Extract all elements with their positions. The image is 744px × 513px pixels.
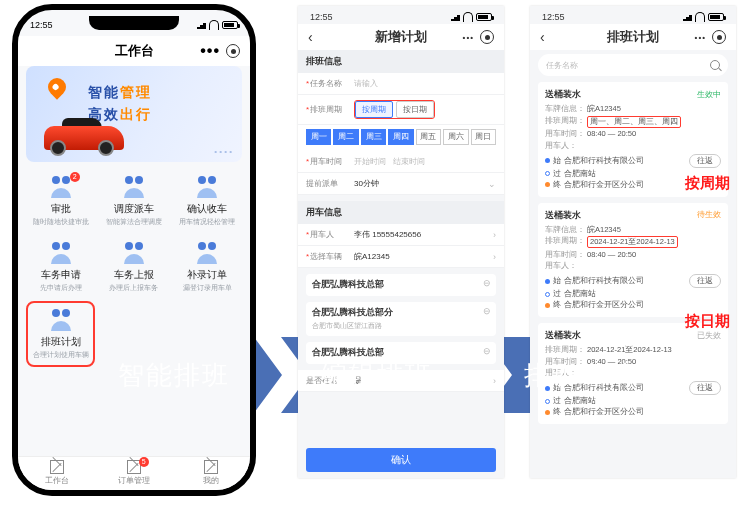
phone-workbench: 12:55 工作台 ••• 智能管理 高效出行 • • • • 2 审批 随时 bbox=[12, 4, 256, 496]
label-task-name: 任务名称 bbox=[306, 78, 354, 89]
feature-sub: 先申请后办理 bbox=[28, 284, 93, 292]
opt-by-cycle[interactable]: 按周期 bbox=[355, 101, 393, 118]
weekday-6[interactable]: 周日 bbox=[471, 129, 496, 145]
row-vehicle[interactable]: 选择车辆 皖A12345 › bbox=[298, 246, 504, 268]
feature-sub: 随时随地快捷审批 bbox=[28, 218, 93, 226]
feature-name: 车务上报 bbox=[101, 268, 166, 282]
label-person: 用车人 bbox=[306, 229, 354, 240]
capsule-close-icon[interactable] bbox=[480, 30, 494, 44]
value-vehicle: 皖A12345 bbox=[354, 251, 493, 262]
weekday-5[interactable]: 周六 bbox=[443, 129, 468, 145]
feature-1[interactable]: 调度派车 智能算法合理调度 bbox=[99, 170, 168, 232]
back-icon[interactable]: ‹ bbox=[308, 29, 313, 45]
people-icon bbox=[46, 309, 76, 331]
status-time: 12:55 bbox=[310, 12, 333, 22]
opt-by-date[interactable]: 按日期 bbox=[396, 101, 434, 118]
signal-icon bbox=[680, 13, 692, 21]
card-title: 送桶装水 bbox=[545, 209, 581, 222]
more-icon[interactable]: ••• bbox=[200, 42, 220, 60]
capsule-close-icon[interactable] bbox=[712, 30, 726, 44]
banner[interactable]: 智能管理 高效出行 • • • • bbox=[26, 66, 242, 162]
search-input[interactable]: 任务名称 bbox=[538, 54, 728, 76]
stop-sub: 合肥市蜀山区望江西路 bbox=[312, 321, 490, 331]
status-time: 12:55 bbox=[30, 20, 53, 30]
badge: 2 bbox=[70, 172, 80, 182]
input-task-name[interactable]: 请输入 bbox=[354, 78, 496, 89]
section-schedule-info: 排班信息 bbox=[298, 50, 504, 73]
search-icon bbox=[710, 60, 720, 70]
chevron-right-icon: › bbox=[493, 230, 496, 240]
status-bar: 12:55 bbox=[298, 8, 504, 26]
stop-0[interactable]: 合肥弘腾科技总部⊖ bbox=[306, 274, 496, 296]
row-person[interactable]: 用车人 李伟 15555425656 › bbox=[298, 224, 504, 246]
status-badge: 待生效 bbox=[697, 210, 721, 220]
card-title: 送桶装水 bbox=[545, 88, 581, 101]
card-time: 08:40 — 20:50 bbox=[587, 129, 636, 139]
confirm-button[interactable]: 确认 bbox=[306, 448, 496, 472]
weekday-0[interactable]: 周一 bbox=[306, 129, 331, 145]
plan-card-1[interactable]: 送桶装水待生效 车牌信息：皖A12345 排班周期：2024-12-21至202… bbox=[538, 203, 728, 318]
people-icon: 2 bbox=[46, 176, 76, 198]
stop-name: 合肥弘腾科技总部分 bbox=[312, 307, 490, 319]
segment-cycle: 按周期 按日期 bbox=[354, 100, 435, 119]
stop-1[interactable]: 合肥弘腾科技总部分合肥市蜀山区望江西路⊖ bbox=[306, 302, 496, 336]
roundtrip-pill[interactable]: 往返 bbox=[689, 274, 721, 288]
signal-icon bbox=[448, 13, 460, 21]
feature-4[interactable]: 车务上报 办理后上报车务 bbox=[99, 236, 168, 298]
row-interval[interactable]: 提前派单 30分钟 ⌄ bbox=[298, 173, 504, 195]
card-vehicle: 皖A12345 bbox=[587, 104, 621, 114]
delete-icon[interactable]: ⊖ bbox=[482, 306, 492, 316]
card-route: 始合肥和行科技有限公司往返 过合肥南站 终合肥和行金开区分公司 bbox=[545, 274, 721, 310]
card-cycle: 2024-12-21至2024-12-13 bbox=[587, 236, 678, 248]
tab-2[interactable]: 我的 bbox=[173, 457, 250, 490]
feature-sub: 办理后上报车务 bbox=[101, 284, 166, 292]
feature-3[interactable]: 车务申请 先申请后办理 bbox=[26, 236, 95, 298]
roundtrip-pill[interactable]: 往返 bbox=[689, 381, 721, 395]
back-icon[interactable]: ‹ bbox=[540, 29, 545, 45]
wifi-icon bbox=[209, 20, 219, 30]
roundtrip-pill[interactable]: 往返 bbox=[689, 154, 721, 168]
weekday-4[interactable]: 周五 bbox=[416, 129, 441, 145]
more-icon[interactable]: ••• bbox=[695, 33, 706, 42]
plan-list-body: 任务名称 送桶装水生效中 车牌信息：皖A12345 排班周期：周一、周二、周三、… bbox=[530, 50, 736, 478]
annotation-by-cycle: 按周期 bbox=[685, 174, 730, 193]
feature-2[interactable]: 确认收车 用车情况轻松管理 bbox=[173, 170, 242, 232]
weekday-1[interactable]: 周二 bbox=[333, 129, 358, 145]
card-vehicle: 皖A12345 bbox=[587, 225, 621, 235]
people-icon bbox=[119, 176, 149, 198]
label-cycle: 排班周期 bbox=[306, 104, 354, 115]
stop-name: 合肥弘腾科技总部 bbox=[312, 279, 490, 291]
feature-5[interactable]: 补录订单 漏登订录用车单 bbox=[173, 236, 242, 298]
battery-icon bbox=[222, 21, 238, 29]
people-icon bbox=[119, 242, 149, 264]
flow-label-2: 编辑排班 bbox=[321, 358, 445, 393]
flow-step-3: 排班详情 bbox=[484, 337, 688, 413]
row-task-name[interactable]: 任务名称 请输入 bbox=[298, 73, 504, 95]
flow-step-2: 编辑排班 bbox=[281, 337, 485, 413]
people-icon bbox=[192, 176, 222, 198]
input-end-time[interactable]: 结束时间 bbox=[393, 157, 425, 166]
phone-notch bbox=[89, 16, 179, 30]
status-badge: 生效中 bbox=[697, 90, 721, 100]
weekday-3[interactable]: 周四 bbox=[388, 129, 413, 145]
feature-0[interactable]: 2 审批 随时随地快捷审批 bbox=[26, 170, 95, 232]
more-icon[interactable]: ••• bbox=[463, 33, 474, 42]
row-time-range[interactable]: 用车时间 开始时间 结束时间 bbox=[298, 151, 504, 173]
capsule-close-icon[interactable] bbox=[226, 44, 240, 58]
people-icon bbox=[192, 242, 222, 264]
feature-sub: 用车情况轻松管理 bbox=[175, 218, 240, 226]
feature-name: 审批 bbox=[28, 202, 93, 216]
row-cycle: 排班周期 按周期 按日期 bbox=[298, 95, 504, 125]
input-start-time[interactable]: 开始时间 bbox=[354, 157, 386, 166]
card-cycle: 周一、周二、周三、周四 bbox=[587, 116, 681, 128]
tab-1[interactable]: 订单管理5 bbox=[95, 457, 172, 490]
tab-0[interactable]: 工作台 bbox=[18, 457, 95, 490]
wifi-icon bbox=[695, 12, 705, 22]
flow-label-3: 排班详情 bbox=[524, 358, 648, 393]
delete-icon[interactable]: ⊖ bbox=[482, 278, 492, 288]
navbar-plan-list: ‹ 排班计划 ••• bbox=[530, 24, 736, 50]
weekday-2[interactable]: 周三 bbox=[361, 129, 386, 145]
tab-label: 我的 bbox=[173, 475, 250, 486]
pin-icon bbox=[44, 74, 69, 99]
battery-icon bbox=[708, 13, 724, 21]
